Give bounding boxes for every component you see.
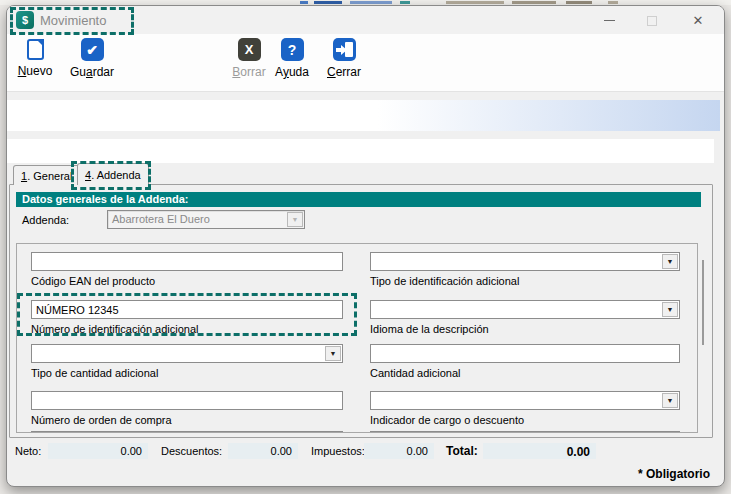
descuentos-label: Descuentos: — [161, 445, 222, 457]
close-button[interactable]: ✕ — [684, 9, 712, 32]
background-mark — [350, 1, 392, 4]
orden-compra-input[interactable] — [31, 391, 343, 410]
cerrar-label: Cerrar — [327, 65, 361, 79]
new-document-icon — [27, 39, 44, 60]
background-mark — [512, 1, 556, 4]
app-icon: $ — [16, 11, 34, 29]
chevron-down-icon: ▼ — [287, 212, 303, 227]
tab-general[interactable]: 1. General — [13, 165, 80, 185]
cantidad-adicional-label: Cantidad adicional — [370, 367, 461, 379]
numero-identificacion-input[interactable] — [31, 300, 343, 319]
tipo-cantidad-label: Tipo de cantidad adicional — [31, 367, 158, 379]
clipped-input-left[interactable] — [31, 431, 343, 433]
nuevo-label: Nuevo — [18, 64, 53, 78]
background-mark — [446, 1, 504, 4]
cantidad-adicional-input[interactable] — [370, 344, 680, 363]
title-bar[interactable]: $ Movimiento ✕ — [7, 6, 724, 34]
movimiento-dialog: $ Movimiento ✕ Nuevo ✔ Guardar X Borrar … — [6, 5, 725, 487]
dollar-icon: $ — [22, 14, 28, 26]
minimize-button[interactable] — [595, 9, 623, 32]
tipo-cantidad-select[interactable]: ▼ — [31, 344, 343, 363]
toolbar: Nuevo ✔ Guardar X Borrar ? Ayuda Cerrar — [7, 34, 724, 92]
maximize-button — [638, 9, 666, 32]
exit-door-icon — [333, 38, 356, 61]
chevron-down-icon[interactable]: ▼ — [325, 346, 341, 361]
total-label: Total: — [446, 444, 478, 458]
required-note: * Obligatorio — [638, 467, 710, 481]
tab-addenda[interactable]: 4. Addenda — [77, 163, 149, 185]
chevron-down-icon[interactable]: ▼ — [662, 302, 678, 317]
addenda-combo: Abarrotera El Duero ▼ — [107, 210, 305, 229]
close-icon: ✕ — [693, 13, 704, 28]
chevron-down-icon[interactable]: ▼ — [662, 254, 678, 269]
codigo-ean-input[interactable] — [31, 252, 343, 271]
borrar-label: Borrar — [232, 65, 265, 79]
indicador-cargo-select[interactable]: ▼ — [370, 391, 680, 410]
delete-x-icon: X — [238, 38, 261, 61]
tipo-identificacion-select[interactable]: ▼ — [370, 252, 680, 271]
impuestos-label: Impuestos: — [311, 445, 365, 457]
document-subheader-band — [7, 139, 714, 163]
window-title: Movimiento — [40, 13, 106, 28]
idioma-descripcion-select[interactable]: ▼ — [370, 300, 680, 319]
document-header-band — [7, 100, 720, 131]
descuentos-value: 0.00 — [228, 443, 298, 459]
minimize-icon — [604, 20, 615, 21]
background-mark — [566, 1, 592, 4]
codigo-ean-label: Código EAN del producto — [31, 275, 155, 287]
vertical-scrollbar-thumb[interactable] — [702, 260, 704, 345]
addenda-fields-group: Código EAN del producto Número de identi… — [16, 243, 698, 433]
maximize-icon — [647, 16, 657, 26]
addenda-combo-label: Addenda: — [22, 214, 69, 226]
section-header: Datos generales de la Addenda: — [16, 192, 701, 207]
guardar-label: Guardar — [70, 65, 114, 79]
help-question-icon: ? — [281, 38, 304, 61]
cerrar-button[interactable]: Cerrar — [316, 38, 372, 90]
addenda-combo-value: Abarrotera El Duero — [112, 213, 210, 225]
indicador-cargo-label: Indicador de cargo o descuento — [370, 414, 524, 426]
ayuda-button[interactable]: ? Ayuda — [264, 38, 320, 90]
neto-value: 0.00 — [48, 443, 148, 459]
total-value: 0.00 — [483, 443, 596, 459]
background-mark — [300, 1, 308, 4]
neto-label: Neto: — [15, 445, 41, 457]
addenda-panel: Datos generales de la Addenda: Addenda: … — [9, 184, 713, 438]
guardar-button[interactable]: ✔ Guardar — [64, 38, 120, 90]
background-mark — [400, 1, 410, 4]
clipped-input-right[interactable] — [370, 431, 680, 433]
chevron-down-icon[interactable]: ▼ — [662, 393, 678, 408]
save-check-icon: ✔ — [81, 38, 104, 61]
numero-identificacion-label: Número de identificación adicional — [31, 323, 199, 335]
background-mark — [314, 1, 342, 4]
orden-compra-label: Número de orden de compra — [31, 414, 172, 426]
impuestos-value: 0.00 — [364, 443, 434, 459]
background-mark — [608, 1, 618, 4]
tipo-identificacion-label: Tipo de identificación adicional — [370, 275, 519, 287]
idioma-descripcion-label: Idioma de la descripción — [370, 323, 489, 335]
ayuda-label: Ayuda — [275, 65, 309, 79]
nuevo-button[interactable]: Nuevo — [7, 38, 63, 90]
